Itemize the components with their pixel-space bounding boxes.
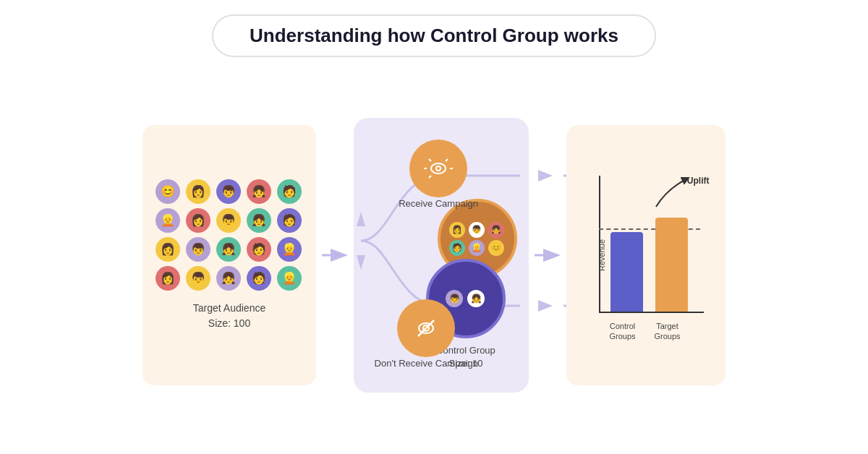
- avatar: 👧: [247, 208, 271, 233]
- audience-box: 😊 👩 👦 👧 🧑 👱 👩 👦 👧 🧑 👩 👦 👧 🧑 👱 👩: [142, 125, 316, 385]
- main-container: Understanding how Control Group works 😊 …: [0, 0, 868, 454]
- control-bar: [610, 232, 643, 312]
- avatar: 👧: [216, 266, 241, 291]
- avatar: 👱: [277, 237, 302, 262]
- avatar: 👱: [156, 208, 180, 233]
- avatar: 👱: [277, 266, 302, 291]
- content-row: 😊 👩 👦 👧 🧑 👱 👩 👦 👧 🧑 👩 👦 👧 🧑 👱 👩: [22, 70, 846, 440]
- avatar: 👩: [156, 266, 180, 291]
- page-title: Understanding how Control Group works: [250, 25, 618, 46]
- avatar: 👦: [186, 266, 210, 291]
- avatar: 🧑: [277, 208, 302, 233]
- avatar: 👦: [216, 208, 241, 233]
- receive-campaign-circle: [409, 140, 467, 197]
- avatar: 👧: [247, 179, 271, 204]
- audience-label: Target Audience Size: 100: [193, 301, 265, 331]
- middle-to-chart-arrow: [529, 239, 566, 271]
- dont-receive-campaign-circle: [397, 299, 455, 357]
- x-label-control: ControlGroups: [605, 321, 641, 342]
- avatars-grid: 😊 👩 👦 👧 🧑 👱 👩 👦 👧 🧑 👩 👦 👧 🧑 👱 👩: [156, 179, 303, 291]
- svg-marker-4: [538, 300, 553, 312]
- title-box: Understanding how Control Group works: [212, 14, 656, 57]
- dont-receive-campaign-label: Don't Receive Campaign: [375, 357, 478, 370]
- avatar: 👩: [156, 237, 180, 262]
- svg-marker-1: [357, 212, 365, 226]
- avatar: 👩: [186, 179, 210, 204]
- avatar: 🧑: [247, 266, 271, 291]
- middle-right-wrapper: 👩 👦 👧 🧑 👱 😊 Target Group Size: 90: [354, 118, 529, 393]
- target-bar: [655, 218, 688, 312]
- svg-marker-2: [357, 255, 365, 270]
- svg-point-13: [437, 167, 440, 170]
- avatar: 👦: [216, 179, 241, 204]
- avatar: 😊: [156, 179, 180, 204]
- x-label-target: TargetGroups: [650, 321, 686, 342]
- avatar: 🧑: [247, 237, 271, 262]
- avatar: 🧑: [277, 179, 302, 204]
- avatar: 👦: [186, 237, 210, 262]
- receive-campaign-label: Receive Campaign: [399, 197, 478, 210]
- svg-marker-3: [538, 170, 553, 181]
- chart-box: Revenue Uplift: [566, 125, 726, 385]
- avatar: 👧: [216, 237, 241, 262]
- avatar: 👩: [186, 208, 210, 233]
- audience-to-middle-arrow: [316, 239, 354, 271]
